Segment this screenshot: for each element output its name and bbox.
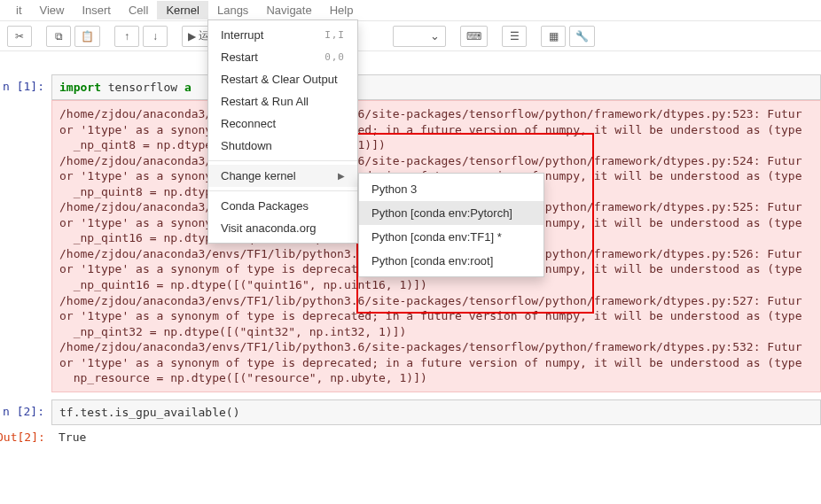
arrow-down-icon: ↓ [152, 30, 158, 43]
menubar: it View Insert Cell Kernel Langs Navigat… [0, 0, 821, 21]
wrench-icon: 🔧 [575, 30, 589, 43]
celltype-dropdown[interactable]: ⌄ [393, 26, 446, 47]
input-prompt: n [1]: [0, 74, 51, 100]
paste-button[interactable]: 📋 [74, 26, 100, 47]
code-input[interactable]: tf.test.is_gpu_available() [51, 399, 821, 425]
play-icon: ▶ [188, 30, 196, 43]
move-up-button[interactable]: ↑ [114, 26, 139, 47]
scissors-icon: ✂ [15, 30, 24, 43]
kernel-visit-anaconda[interactable]: Visit anaconda.org [208, 217, 357, 239]
menu-edit[interactable]: it [7, 1, 31, 19]
kernel-restart-run-all[interactable]: Restart & Run All [208, 90, 357, 112]
kernel-restart[interactable]: Restart0,0 [208, 46, 357, 68]
shortcut-label: 0,0 [324, 51, 345, 63]
output-prompt: Out[2]: [0, 425, 51, 449]
submenu-arrow-icon: ▶ [338, 171, 345, 181]
kernel-option-python3[interactable]: Python 3 [359, 177, 543, 201]
menu-divider [208, 160, 357, 161]
kernel-option-pytorch[interactable]: Python [conda env:Pytorch] [359, 201, 543, 225]
list-button[interactable]: ☰ [502, 26, 527, 47]
keyboard-icon: ⌨ [466, 30, 481, 43]
shortcut-label: I,I [324, 29, 345, 41]
kernel-shutdown[interactable]: Shutdown [208, 135, 357, 157]
chevron-down-icon: ⌄ [430, 29, 440, 43]
arrow-up-icon: ↑ [124, 30, 129, 43]
menu-kernel[interactable]: Kernel [157, 1, 208, 19]
text-output: True [51, 425, 821, 449]
kernel-conda-packages[interactable]: Conda Packages [208, 195, 357, 217]
tool-button[interactable]: 🔧 [569, 26, 595, 47]
table-icon: ▦ [549, 30, 559, 43]
menu-langs[interactable]: Langs [208, 1, 257, 19]
cell-in-1: n [1]: import tensorflow a [0, 74, 821, 100]
input-prompt: n [2]: [0, 399, 51, 425]
menu-view[interactable]: View [31, 1, 74, 19]
kernel-dropdown: InterruptI,I Restart0,0 Restart & Clear … [207, 19, 358, 244]
copy-icon: ⧉ [55, 30, 63, 43]
kernel-option-tf1[interactable]: Python [conda env:TF1] * [359, 225, 543, 249]
output-prompt-empty [0, 100, 51, 392]
kernel-reconnect[interactable]: Reconnect [208, 112, 357, 135]
list-icon: ☰ [510, 30, 520, 43]
menu-insert[interactable]: Insert [73, 1, 120, 19]
kernel-interrupt[interactable]: InterruptI,I [208, 24, 357, 46]
move-down-button[interactable]: ↓ [143, 26, 168, 47]
code-input[interactable]: import tensorflow a [51, 74, 821, 100]
kernel-option-root[interactable]: Python [conda env:root] [359, 249, 543, 273]
cell-out-2: Out[2]: True [0, 425, 821, 449]
menu-help[interactable]: Help [321, 1, 363, 19]
menu-cell[interactable]: Cell [120, 1, 157, 19]
menu-navigate[interactable]: Navigate [257, 1, 320, 19]
keyboard-button[interactable]: ⌨ [460, 26, 488, 47]
kernel-change-kernel[interactable]: Change kernel▶ [208, 165, 357, 187]
cell-in-2: n [2]: tf.test.is_gpu_available() [0, 399, 821, 425]
kernel-restart-clear[interactable]: Restart & Clear Output [208, 68, 357, 90]
cut-button[interactable]: ✂ [7, 26, 32, 47]
copy-button[interactable]: ⧉ [46, 26, 71, 47]
change-kernel-submenu: Python 3 Python [conda env:Pytorch] Pyth… [358, 173, 544, 277]
menu-divider [208, 190, 357, 191]
paste-icon: 📋 [81, 30, 94, 43]
table-button[interactable]: ▦ [541, 26, 566, 47]
toolbar: ✂ ⧉ 📋 ↑ ↓ ▶ 运行 ⌄ ⌨ ☰ ▦ 🔧 [0, 21, 821, 51]
